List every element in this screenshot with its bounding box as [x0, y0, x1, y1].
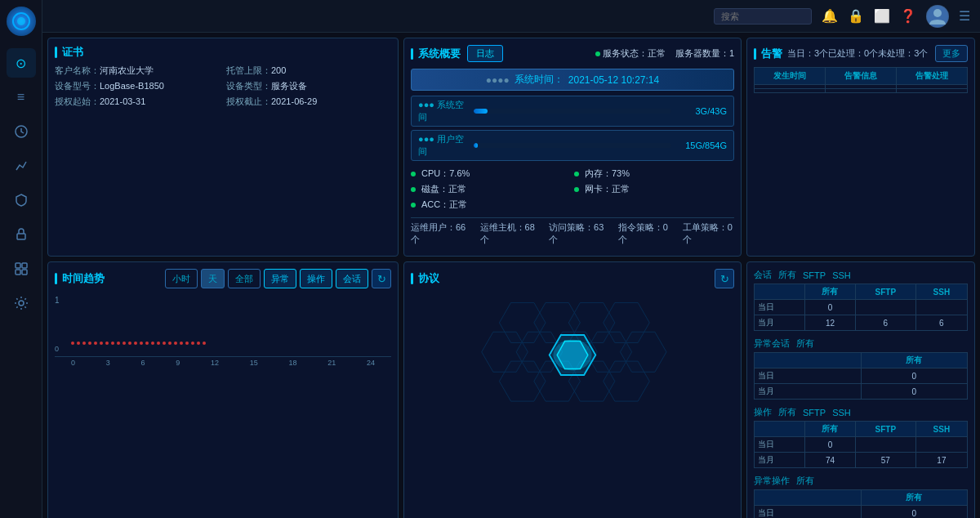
session-mini-table: 所有 SFTP SSH 当日0 当月1266	[754, 284, 968, 331]
chart-dot	[203, 342, 206, 345]
trend-session-btn[interactable]: 会话	[336, 269, 368, 288]
protocol-panel: 协议 ↻	[403, 261, 742, 518]
alert-table: 发生时间 告警信息 告警处理	[754, 67, 968, 93]
log-button[interactable]: 日志	[467, 45, 503, 62]
sys-bottom-stats: 运维用户：66个 运维主机：68个 访问策略：63个 指令策略：0个 工单策略：…	[411, 217, 734, 249]
protocol-refresh-btn[interactable]: ↻	[715, 269, 734, 288]
acc-label: ACC：正常	[421, 199, 467, 211]
svg-point-1	[17, 17, 25, 25]
table-row: 当月0	[755, 384, 968, 400]
window-icon[interactable]: ⬜	[874, 8, 890, 24]
chart-dot	[100, 342, 103, 345]
sidebar-item-lock[interactable]	[7, 220, 36, 249]
abnormal-session-table: 所有 当日0 当月0	[754, 352, 968, 400]
sys-space-label: ●●● 系统空间	[418, 99, 467, 123]
col-ssh: SSH	[915, 284, 967, 300]
chart-dot	[94, 342, 97, 345]
sysoverview-panel: 系统概要 日志 服务状态：正常 服务器数量：1 ●●●● 系统时间： 2021-…	[403, 38, 742, 257]
table-row: 当月745717	[755, 453, 968, 468]
trend-all-btn[interactable]: 全部	[228, 269, 261, 288]
chart-dot	[122, 342, 126, 345]
alert-panel: 告警 当日：3个已处理：0个未处理：3个 更多 发生时间 告警信息 告警处理	[746, 38, 975, 257]
sidebar-item-reports[interactable]	[7, 117, 36, 146]
col-period	[755, 284, 805, 300]
sidebar-item-apps[interactable]	[7, 254, 36, 284]
alert-more-button[interactable]: 更多	[935, 45, 968, 62]
sidebar-item-dashboard[interactable]: ⊙	[7, 48, 36, 78]
sys-space-value: 3G/43G	[678, 106, 727, 116]
col-all: 所有	[861, 353, 968, 368]
sidebar-item-settings[interactable]	[7, 288, 36, 318]
ops-all-label: 所有	[778, 406, 796, 418]
ops-sftp-label: SFTP	[803, 408, 826, 418]
help-icon[interactable]: ❓	[900, 8, 916, 24]
notification-icon[interactable]: 🔔	[822, 8, 838, 24]
trend-hour-btn[interactable]: 小时	[165, 269, 198, 288]
table-row: 当日0	[755, 300, 968, 315]
abnormal-ops-section: 异常操作 所有 所有 当日0 当月0	[754, 475, 968, 518]
lock-icon[interactable]: 🔒	[848, 8, 864, 24]
session-ssh-label: SSH	[832, 270, 851, 280]
sys-stats: CPU：7.6% 内存：73% 磁盘：正常 网卡：正常 ACC：正常	[411, 167, 734, 211]
svg-rect-3	[17, 234, 25, 239]
cert-info: 客户名称：河南农业大学 托管上限：200 设备型号：LogBase-B1850 …	[55, 65, 391, 108]
chart-dot	[145, 342, 149, 345]
chart-dot	[180, 342, 183, 345]
time-value: 2021-05-12 10:27:14	[568, 74, 659, 86]
ops-user-stat: 运维用户：66个	[411, 221, 467, 246]
avatar[interactable]	[926, 5, 949, 28]
device-id-label: 设备型号：	[55, 81, 100, 91]
abnormal-all-label: 所有	[796, 337, 814, 350]
service-status-value: 正常	[648, 48, 666, 58]
ops-ssh-label: SSH	[832, 408, 851, 418]
alert-col-process: 告警处理	[897, 68, 968, 85]
customer-label: 客户名称：	[55, 65, 100, 75]
menu-icon[interactable]: ☰	[959, 8, 970, 24]
col-period	[755, 490, 862, 506]
abnormal-session-title: 异常会话	[754, 337, 790, 350]
trend-ops-btn[interactable]: 操作	[300, 269, 332, 288]
chart-dot	[157, 342, 160, 345]
disk-label: 磁盘：正常	[421, 183, 466, 195]
chart-area: 1 0	[55, 292, 391, 357]
stats-panel: 会话 所有 SFTP SSH 所有 SFTP SSH 当日0	[746, 261, 975, 518]
user-space-value: 15G/854G	[678, 141, 727, 150]
svg-point-26	[553, 340, 591, 371]
trend-abnormal-btn[interactable]: 异常	[264, 269, 296, 288]
trend-refresh-btn[interactable]: ↻	[372, 269, 391, 288]
svg-rect-5	[22, 263, 27, 268]
chart-dot	[117, 342, 120, 345]
abnormal-ops-all-label: 所有	[796, 475, 814, 487]
trend-title: 时间趋势	[55, 271, 105, 286]
session-all-label: 所有	[778, 269, 796, 281]
table-row: 当日0	[755, 506, 968, 519]
session-sftp-label: SFTP	[803, 270, 826, 280]
svg-point-8	[19, 301, 24, 306]
sidebar-item-list[interactable]: ≡	[7, 83, 36, 112]
col-period	[755, 422, 805, 437]
chart-dot	[191, 342, 194, 345]
service-status-label: 服务状态：	[603, 48, 648, 58]
sidebar-item-security[interactable]	[7, 185, 36, 215]
sidebar-item-analytics[interactable]	[7, 151, 36, 181]
chart-dot	[88, 342, 91, 345]
col-ssh: SSH	[915, 422, 967, 437]
sidebar-logo[interactable]	[7, 7, 36, 36]
table-row: 当日0	[755, 368, 968, 384]
chart-dot	[82, 342, 86, 345]
chart-dot	[105, 342, 109, 345]
server-count-label: 服务器数量：	[675, 48, 729, 58]
auth-start-value: 2021-03-31	[100, 96, 145, 106]
search-input[interactable]	[714, 8, 812, 25]
disk-dot	[411, 187, 416, 192]
sys-time-bar: ●●●● 系统时间： 2021-05-12 10:27:14	[411, 69, 734, 91]
nic-dot	[574, 187, 579, 192]
device-id-value: LogBase-B1850	[100, 81, 164, 91]
table-row: 当月1266	[755, 315, 968, 331]
server-count-value: 1	[729, 48, 734, 58]
trend-day-btn[interactable]: 天	[201, 269, 225, 288]
alert-col-info: 告警信息	[826, 68, 897, 85]
chart-dot	[168, 342, 172, 345]
cert-panel: 证书 客户名称：河南农业大学 托管上限：200 设备型号：LogBase-B18…	[47, 38, 399, 257]
table-row: 当日0	[755, 437, 968, 453]
